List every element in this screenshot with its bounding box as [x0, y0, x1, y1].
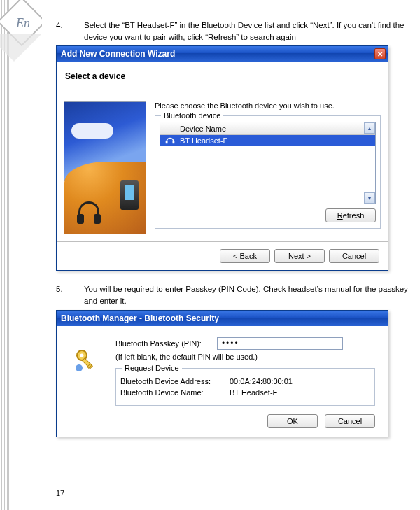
passkey-input[interactable]: ••••	[217, 337, 343, 350]
ok-button[interactable]: OK	[267, 414, 318, 428]
svg-rect-0	[166, 141, 168, 144]
svg-rect-1	[173, 141, 175, 144]
device-address-label: Bluetooth Device Address:	[120, 377, 218, 385]
device-name: BT Headset-F	[180, 136, 227, 145]
wizard-title: Add New Connection Wizard	[61, 49, 175, 59]
step-text: You will be required to enter Passkey (P…	[84, 283, 420, 306]
page-left-margin: En	[0, 0, 42, 510]
column-device-name: Device Name	[180, 125, 226, 133]
security-body: Bluetooth Passkey (PIN): •••• (If left b…	[57, 326, 388, 437]
device-address-value: 00:0A:24:80:00:01	[230, 377, 293, 385]
request-device-group: Request Device Bluetooth Device Address:…	[115, 368, 375, 406]
device-list-header[interactable]: Device Name	[160, 122, 375, 135]
wizard-body: Select a device Please choose the Blueto…	[57, 62, 388, 270]
passkey-label: Bluetooth Passkey (PIN):	[115, 339, 202, 348]
passkey-hint: (If left blank, the default PIN will be …	[115, 353, 375, 361]
device-list[interactable]: Device Name BT Headset-F ▴ ▾	[160, 122, 376, 204]
cancel-button[interactable]: Cancel	[325, 414, 375, 428]
wizard-titlebar[interactable]: Add New Connection Wizard ✕	[57, 46, 388, 62]
next-button[interactable]: Next >	[274, 249, 325, 263]
device-list-item-selected[interactable]: BT Headset-F	[160, 135, 375, 146]
wizard-heading: Select a device	[64, 69, 381, 94]
bluetooth-security-window: Bluetooth Manager - Bluetooth Security B…	[56, 310, 388, 437]
wizard-illustration	[64, 101, 146, 234]
instruction-step-4: 4. Select the “BT Headset-F” in the Blue…	[56, 20, 420, 43]
scroll-down-button[interactable]: ▾	[364, 192, 375, 204]
step-number: 5.	[56, 283, 70, 306]
wizard-prompt: Please choose the Bluetooth device you w…	[155, 101, 381, 110]
bluetooth-device-group: Bluetooth device Device Name BT Headset-…	[155, 115, 381, 229]
group-label: Request Device	[122, 364, 182, 372]
page-content: 4. Select the “BT Headset-F” in the Blue…	[56, 20, 420, 450]
language-badge: En	[13, 13, 34, 34]
refresh-button[interactable]: Refresh	[326, 208, 376, 222]
badge-shadow	[0, 34, 42, 62]
instruction-step-5: 5. You will be required to enter Passkey…	[56, 283, 420, 306]
headset-icon	[160, 137, 180, 144]
cancel-button[interactable]: Cancel	[329, 249, 379, 263]
key-icon	[69, 337, 103, 372]
page-number: 17	[56, 489, 64, 497]
passkey-value: ••••	[222, 339, 239, 348]
refresh-label-tail: efresh	[343, 211, 365, 220]
security-titlebar[interactable]: Bluetooth Manager - Bluetooth Security	[57, 311, 388, 326]
svg-point-6	[76, 364, 83, 371]
group-label: Bluetooth device	[161, 111, 223, 120]
step-text: Select the “BT Headset-F” in the Bluetoo…	[84, 20, 420, 43]
close-icon[interactable]: ✕	[374, 48, 386, 59]
back-button[interactable]: < Back	[220, 249, 270, 263]
device-name-label: Bluetooth Device Name:	[120, 388, 218, 397]
scroll-up-button[interactable]: ▴	[364, 122, 375, 134]
margin-stripes	[1, 0, 10, 510]
add-connection-wizard-window: Add New Connection Wizard ✕ Select a dev…	[56, 45, 388, 271]
step-number: 4.	[56, 20, 70, 43]
security-title: Bluetooth Manager - Bluetooth Security	[61, 313, 219, 323]
svg-point-3	[80, 353, 84, 357]
device-name-value: BT Headset-F	[230, 388, 277, 397]
